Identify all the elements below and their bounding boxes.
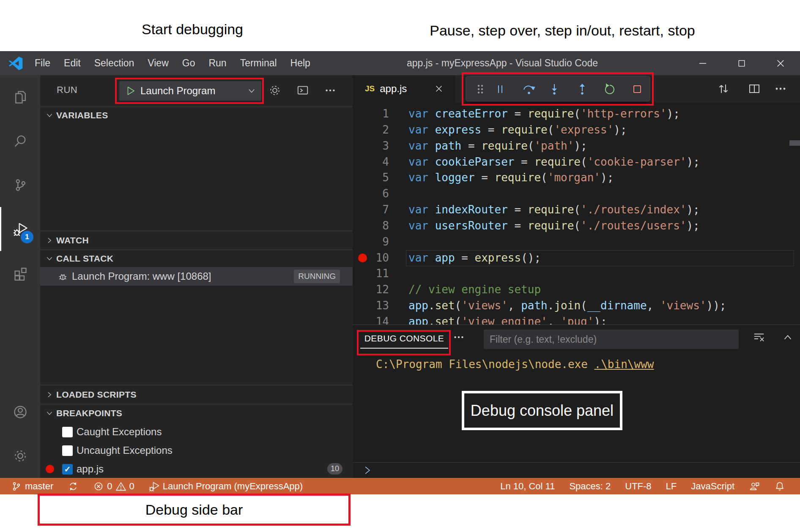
line-number[interactable]: 2 — [353, 122, 408, 138]
editor-action-swap-icon[interactable] — [717, 82, 730, 95]
status-debug-status[interactable]: Launch Program (myExpressApp) — [149, 481, 303, 492]
breakpoint-row-caught-exceptions[interactable]: Caught Exceptions — [40, 423, 353, 441]
debug-sidebar: RUN Launch Program VARIABLES WATCH — [40, 75, 353, 478]
chevron-down-icon — [45, 409, 54, 417]
account-icon — [13, 404, 28, 420]
code-line-12: 12// view engine setup — [353, 282, 800, 298]
section-breakpoints[interactable]: BREAKPOINTS — [40, 404, 353, 422]
breakpoints-header: BREAKPOINTS — [56, 408, 122, 418]
menu-file[interactable]: File — [28, 57, 57, 69]
editor-action-ellipsis-icon[interactable] — [774, 82, 787, 95]
line-number[interactable]: 13 — [353, 298, 408, 314]
line-number[interactable]: 5 — [353, 170, 408, 186]
status-git-branch[interactable]: master — [11, 481, 53, 492]
vscode-window: FileEditSelectionViewGoRunTerminalHelp a… — [0, 51, 800, 494]
code-editor[interactable]: 1var createError = require('http-errors'… — [353, 102, 800, 325]
line-number[interactable]: 11 — [353, 266, 408, 282]
code-line-1: 1var createError = require('http-errors'… — [353, 106, 800, 122]
views-more-actions-icon[interactable] — [324, 84, 337, 97]
call-stack-session-row[interactable]: Launch Program: www [10868] RUNNING — [40, 267, 353, 286]
checkbox[interactable] — [62, 445, 73, 456]
annotation-box-launch — [115, 78, 264, 104]
status-language-mode[interactable]: JavaScript — [691, 481, 734, 492]
menu-go[interactable]: Go — [175, 57, 202, 69]
bell-icon — [774, 481, 785, 492]
activity-account[interactable] — [0, 390, 40, 434]
breakpoint-dot — [46, 465, 54, 473]
activity-source-control[interactable] — [0, 163, 40, 207]
menu-edit[interactable]: Edit — [57, 57, 88, 69]
line-number[interactable]: 9 — [353, 234, 408, 250]
status-label: LF — [666, 481, 677, 492]
section-watch[interactable]: WATCH — [40, 231, 353, 249]
breakpoint-dot[interactable] — [358, 254, 367, 262]
section-loaded-scripts[interactable]: LOADED SCRIPTS — [40, 385, 353, 404]
menu-view[interactable]: View — [141, 57, 175, 69]
menu-run[interactable]: Run — [202, 57, 233, 69]
annotation-console-panel-label: Debug console panel — [471, 402, 614, 420]
menu-help[interactable]: Help — [284, 57, 317, 69]
panel-more-actions-icon[interactable] — [452, 331, 465, 344]
activity-settings[interactable] — [0, 434, 40, 478]
activity-explorer[interactable] — [0, 75, 40, 119]
breakpoint-row-app-js[interactable]: ✓app.js10 — [40, 460, 353, 478]
current-line-highlight — [406, 250, 794, 266]
line-number[interactable]: 1 — [353, 106, 408, 122]
section-call-stack[interactable]: CALL STACK — [40, 250, 353, 267]
status-label: Ln 10, Col 11 — [500, 481, 555, 492]
status-notifications[interactable] — [774, 481, 785, 492]
editor-scrollbar[interactable] — [789, 140, 800, 146]
annotation-box-debug-console — [357, 330, 451, 355]
console-input-row[interactable] — [353, 462, 800, 478]
status-problems[interactable]: 00 — [93, 481, 134, 492]
checkbox[interactable]: ✓ — [62, 464, 73, 475]
section-variables[interactable]: VARIABLES — [40, 106, 353, 123]
status-indentation[interactable]: Spaces: 2 — [569, 481, 611, 492]
line-number[interactable]: 3 — [353, 138, 408, 154]
menu-terminal[interactable]: Terminal — [233, 57, 284, 69]
extensions-icon — [13, 265, 28, 281]
console-link[interactable]: .\bin\www — [595, 358, 654, 371]
bug-icon — [57, 271, 68, 282]
vscode-logo-icon — [8, 56, 23, 71]
close-tab-icon[interactable] — [433, 83, 444, 94]
warning-icon — [115, 481, 126, 492]
activity-search[interactable] — [0, 119, 40, 163]
activity-bar: 1 — [0, 75, 40, 478]
activity-run-and-debug[interactable]: 1 — [0, 207, 40, 251]
status-eol[interactable]: LF — [666, 481, 677, 492]
menu-bar: FileEditSelectionViewGoRunTerminalHelp — [28, 51, 317, 75]
chevron-right-icon — [45, 390, 54, 399]
status-feedback[interactable] — [749, 481, 760, 492]
line-number[interactable]: 12 — [353, 282, 408, 298]
code-line-11: 11 — [353, 266, 800, 282]
editor-action-split-icon[interactable] — [748, 82, 761, 95]
maximize-button[interactable] — [722, 51, 761, 75]
debug-settings-gear-icon[interactable] — [268, 84, 281, 97]
chevron-up-icon[interactable] — [781, 331, 794, 344]
clear-console-icon[interactable] — [753, 331, 765, 344]
feedback-icon — [749, 481, 760, 492]
debug-console-open-icon[interactable] — [296, 84, 309, 97]
minimize-button[interactable] — [683, 51, 722, 75]
chevron-down-icon — [45, 254, 54, 263]
source-control-icon — [13, 177, 28, 193]
status-sync[interactable] — [68, 481, 79, 492]
line-number[interactable]: 8 — [353, 218, 408, 234]
error-icon — [93, 481, 104, 492]
activity-extensions[interactable] — [0, 251, 40, 295]
status-label: 0 — [129, 481, 134, 492]
annotation-box-toolbar — [462, 72, 654, 106]
running-badge: RUNNING — [294, 270, 340, 283]
breakpoint-row-uncaught-exceptions[interactable]: Uncaught Exceptions — [40, 441, 353, 460]
line-number[interactable]: 6 — [353, 186, 408, 202]
status-encoding[interactable]: UTF-8 — [625, 481, 651, 492]
line-number[interactable]: 7 — [353, 202, 408, 218]
status-cursor-position[interactable]: Ln 10, Col 11 — [500, 481, 555, 492]
checkbox[interactable] — [62, 427, 73, 437]
console-filter-input[interactable] — [484, 330, 739, 349]
line-number[interactable]: 4 — [353, 154, 408, 170]
menu-selection[interactable]: Selection — [88, 57, 141, 69]
close-button[interactable] — [761, 51, 800, 75]
tab-appjs[interactable]: JS app.js — [353, 75, 455, 102]
